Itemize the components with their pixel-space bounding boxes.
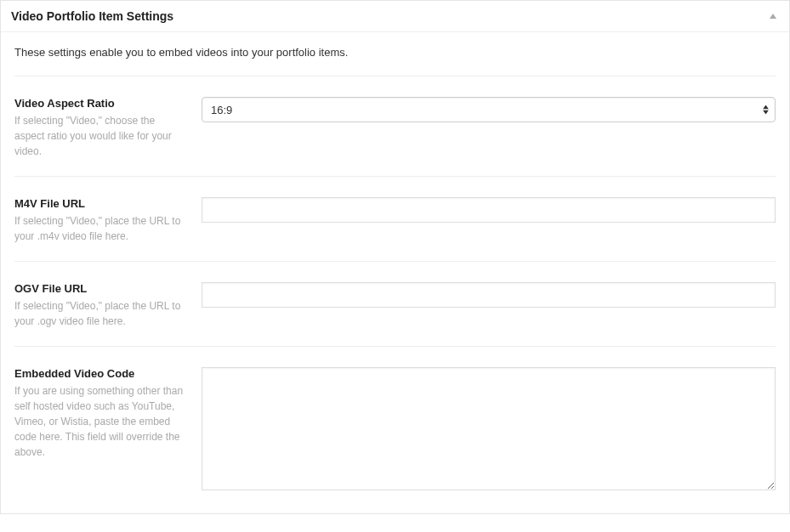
chevron-up-icon bbox=[769, 12, 777, 20]
field-input bbox=[202, 197, 776, 244]
label-title: OGV File URL bbox=[14, 282, 185, 295]
label-desc: If selecting "Video," choose the aspect … bbox=[14, 115, 172, 157]
embed-code-textarea[interactable] bbox=[202, 367, 776, 490]
field-label: M4V File URL If selecting "Video," place… bbox=[14, 197, 202, 244]
field-input: 16:9 bbox=[202, 97, 776, 159]
field-ogv: OGV File URL If selecting "Video," place… bbox=[14, 262, 776, 347]
field-m4v: M4V File URL If selecting "Video," place… bbox=[14, 177, 776, 262]
label-desc: If selecting "Video," place the URL to y… bbox=[14, 215, 180, 242]
label-desc: If selecting "Video," place the URL to y… bbox=[14, 300, 180, 327]
field-input bbox=[202, 367, 776, 493]
aspect-ratio-select[interactable]: 16:9 bbox=[202, 97, 776, 122]
video-portfolio-settings-metabox: Video Portfolio Item Settings These sett… bbox=[0, 0, 790, 514]
field-input bbox=[202, 282, 776, 329]
label-title: Video Aspect Ratio bbox=[14, 97, 185, 110]
label-desc: If you are using something other than se… bbox=[14, 385, 183, 458]
field-embed: Embedded Video Code If you are using som… bbox=[14, 347, 776, 500]
m4v-url-input[interactable] bbox=[202, 197, 776, 223]
svg-marker-0 bbox=[770, 14, 776, 19]
field-label: Video Aspect Ratio If selecting "Video,"… bbox=[14, 97, 202, 159]
ogv-url-input[interactable] bbox=[202, 282, 776, 308]
select-wrapper: 16:9 bbox=[202, 97, 776, 122]
metabox-body: These settings enable you to embed video… bbox=[1, 32, 789, 513]
label-title: M4V File URL bbox=[14, 197, 185, 210]
field-aspect-ratio: Video Aspect Ratio If selecting "Video,"… bbox=[14, 76, 776, 177]
collapse-toggle[interactable] bbox=[767, 10, 779, 22]
metabox-header: Video Portfolio Item Settings bbox=[1, 1, 789, 32]
field-label: OGV File URL If selecting "Video," place… bbox=[14, 282, 202, 329]
label-title: Embedded Video Code bbox=[14, 367, 185, 380]
metabox-title: Video Portfolio Item Settings bbox=[11, 9, 173, 23]
field-label: Embedded Video Code If you are using som… bbox=[14, 367, 202, 493]
intro-text: These settings enable you to embed video… bbox=[14, 32, 776, 76]
